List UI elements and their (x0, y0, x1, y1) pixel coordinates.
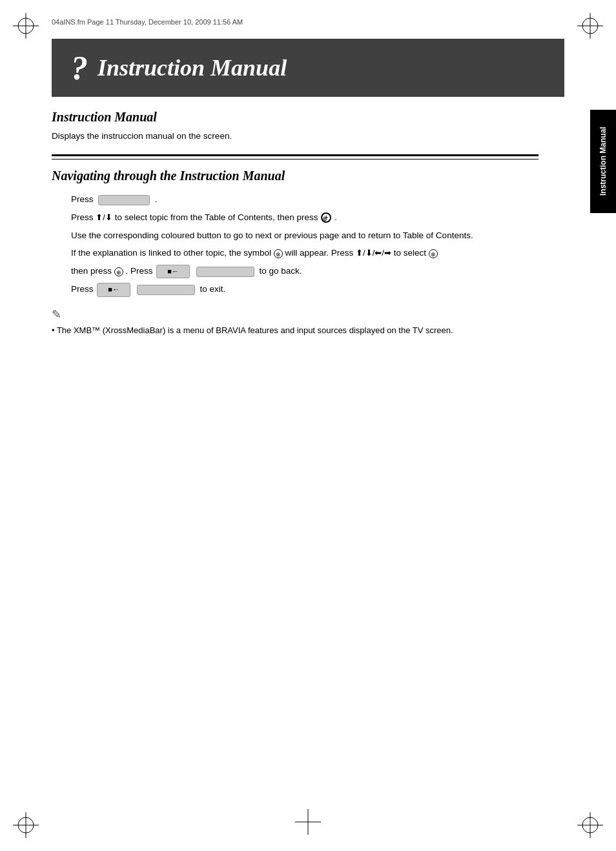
thick-divider (52, 154, 539, 156)
instruction-line-3: Use the corresponding coloured button to… (71, 229, 539, 243)
press-label-5: Press (71, 284, 96, 294)
sidebar-label: Instruction Manual (590, 110, 616, 213)
back-btn-label (196, 267, 254, 277)
note-icon: ✎ (52, 307, 539, 322)
corner-mark-tl (13, 13, 39, 39)
link-symbol-icon: ⊗ (274, 249, 283, 258)
header-banner: ? Instruction Manual (52, 39, 564, 97)
enter-icon2: ⊕ (114, 267, 123, 276)
corner-mark-br (577, 812, 603, 838)
press-label-2: Press (71, 212, 96, 222)
inst4-text-before: If the explanation is linked to other to… (71, 248, 274, 258)
inst4-goback: to go back. (260, 266, 302, 276)
file-info: 04aINS.fm Page 11 Thursday, December 10,… (52, 18, 243, 26)
instructions-block: Press . Press ⬆/⬇ to select topic from t… (52, 192, 539, 296)
inst4-then: then press (71, 266, 114, 276)
instruction-line-4: If the explanation is linked to other to… (71, 246, 539, 260)
home-btn-label (137, 285, 195, 295)
enter-circle-icon: ⊕ (321, 212, 331, 223)
inst5-exit: to exit. (200, 284, 225, 294)
back-button-icon: ■← (156, 265, 190, 279)
thin-divider (52, 159, 539, 159)
all-arrows-icon: ⬆/⬇/⬅/➡ (356, 248, 391, 258)
section2: Navigating through the Instruction Manua… (52, 169, 539, 336)
corner-mark-bl (13, 812, 39, 838)
instruction-line-5: Press ■← to exit. (71, 282, 539, 296)
instruction-line-1: Press . (71, 192, 539, 207)
bottom-center-mark (295, 809, 321, 837)
section2-title: Navigating through the Instruction Manua… (52, 169, 539, 183)
inst4-text-mid2: to select (394, 248, 429, 258)
question-mark-icon: ? (71, 49, 88, 87)
inst4-text-mid: will appear. Press (285, 248, 356, 258)
link-symbol-icon2: ⊗ (429, 249, 438, 258)
instruction-line-2: Press ⬆/⬇ to select topic from the Table… (71, 210, 539, 225)
inst4-press: . Press (126, 266, 156, 276)
press-label-1: Press (71, 194, 94, 204)
inst2-text: to select topic from the Table of Conten… (115, 212, 321, 222)
main-content: Instruction Manual Displays the instrucc… (52, 110, 539, 336)
instruction-line-4b: then press ⊕ . Press ■← to go back. (71, 264, 539, 278)
section1-description: Displays the instruccion manual on the s… (52, 130, 539, 143)
right-sidebar: Instruction Manual (590, 110, 616, 239)
xmb-button-icon (98, 195, 150, 205)
corner-mark-tr (577, 13, 603, 39)
ud-arrows-icon: ⬆/⬇ (96, 212, 112, 222)
inst3-text: Use the corresponding coloured button to… (71, 231, 473, 240)
note-section: ✎ • The XMB™ (XrossMediaBar) is a menu o… (52, 307, 539, 337)
section1-title: Instruction Manual (52, 110, 539, 125)
header-title: Instruction Manual (98, 54, 287, 81)
inst2-end: . (334, 212, 337, 222)
page-container: 04aINS.fm Page 11 Thursday, December 10,… (0, 0, 616, 851)
section1: Instruction Manual Displays the instrucc… (52, 110, 539, 143)
home-button-icon: ■← (97, 283, 130, 297)
note-text: • The XMB™ (XrossMediaBar) is a menu of … (52, 324, 539, 337)
period-1: . (155, 194, 158, 204)
